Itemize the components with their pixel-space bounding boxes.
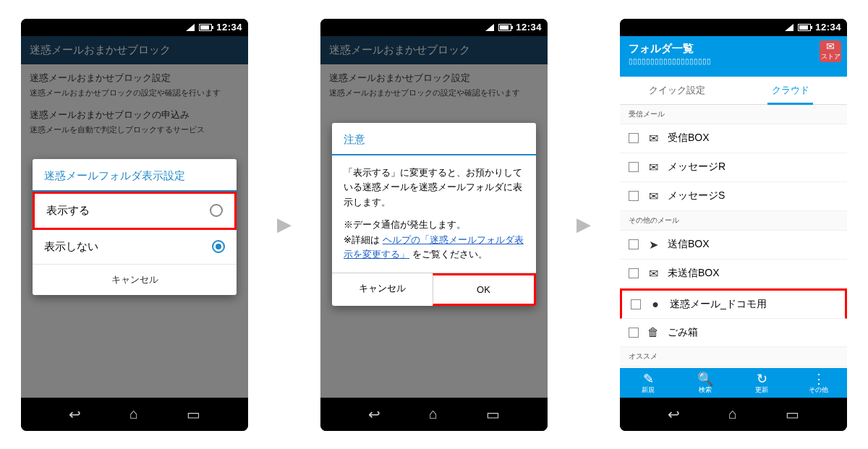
home-icon[interactable]: ⌂: [129, 406, 138, 422]
home-icon[interactable]: ⌂: [429, 406, 438, 422]
status-bar: 12:34: [620, 19, 847, 36]
more-icon: ⋮: [791, 372, 848, 385]
bottom-refresh[interactable]: ↻ 更新: [733, 368, 791, 398]
folder-label: 受信BOX: [668, 132, 710, 145]
android-nav-bar: ↩ ⌂ ▭: [320, 398, 548, 431]
folder-sent[interactable]: ➤ 送信BOX: [620, 231, 847, 260]
folder-trash[interactable]: 🗑 ごみ箱: [620, 319, 847, 347]
status-bar: 12:34: [21, 19, 248, 36]
android-nav-bar: ↩ ⌂ ▭: [21, 398, 248, 431]
group-other: その他のメール: [620, 211, 847, 231]
screen-1: 迷惑メールおまかせブロック 迷惑メールおまかせブロック設定 迷惑メールおまかせブ…: [21, 36, 248, 398]
android-nav-bar: ↩ ⌂ ▭: [620, 398, 847, 431]
search-icon: 🔍: [677, 372, 734, 385]
back-icon[interactable]: ↩: [368, 406, 380, 423]
battery-icon: [798, 24, 811, 31]
cancel-button[interactable]: キャンセル: [33, 265, 237, 295]
option-hide[interactable]: 表示しない: [33, 230, 237, 265]
folder-message-r[interactable]: ✉ メッセージR: [620, 153, 847, 182]
confirm-dialog: 注意 「表示する」に変更すると、お預かりしている迷惑メールを迷惑メールフォルダに…: [332, 123, 536, 307]
phone-2: 12:34 迷惑メールおまかせブロック 迷惑メールおまかせブロック設定 迷惑メー…: [320, 19, 548, 431]
folder-label: 迷惑メール_ドコモ用: [670, 298, 767, 311]
tab-quick[interactable]: クイック設定: [620, 77, 733, 104]
bottom-label: 検索: [677, 385, 734, 395]
flow-arrow-icon: ▶: [277, 213, 292, 236]
envelope-icon: ✉: [646, 189, 660, 203]
battery-icon: [199, 24, 212, 31]
folder-inbox[interactable]: ✉ 受信BOX: [620, 124, 847, 153]
display-setting-dialog: 迷惑メールフォルダ表示設定 表示する 表示しない キャンセル: [33, 159, 237, 295]
phone-3: 12:34 フォルダ一覧 ▯▯▯▯▯▯▯▯▯▯▯▯▯▯▯▯▯▯▯ ✉ ストア ク…: [620, 19, 847, 431]
status-time: 12:34: [516, 22, 542, 33]
bottom-label: 更新: [733, 385, 791, 395]
dialog-actions: キャンセル OK: [332, 273, 536, 306]
home-icon[interactable]: ⌂: [728, 406, 737, 422]
signal-icon: [785, 24, 793, 31]
compose-icon: ✎: [620, 372, 677, 385]
folder-unsent[interactable]: ✉ 未送信BOX: [620, 260, 847, 288]
dialog-body-line2b: をご覧ください。: [412, 249, 488, 260]
screen-3: フォルダ一覧 ▯▯▯▯▯▯▯▯▯▯▯▯▯▯▯▯▯▯▯ ✉ ストア クイック設定 …: [620, 36, 847, 398]
option-show-label: 表示する: [46, 204, 90, 218]
back-icon[interactable]: ↩: [668, 406, 680, 423]
status-bar: 12:34: [320, 19, 548, 36]
group-received: 受信メール: [620, 105, 847, 124]
flow-arrow-icon: ▶: [576, 213, 591, 236]
checkbox-icon[interactable]: [629, 328, 639, 338]
recent-icon[interactable]: ▭: [486, 406, 500, 423]
refresh-icon: ↻: [733, 372, 791, 385]
folder-list-header: フォルダ一覧 ▯▯▯▯▯▯▯▯▯▯▯▯▯▯▯▯▯▯▯ ✉ ストア: [620, 36, 847, 77]
back-icon[interactable]: ↩: [69, 406, 81, 423]
radio-icon: [212, 240, 225, 253]
folder-label: メッセージR: [668, 161, 726, 174]
bottom-search[interactable]: 🔍 検索: [677, 368, 734, 398]
store-icon[interactable]: ✉ ストア: [820, 40, 841, 62]
recent-icon[interactable]: ▭: [187, 406, 200, 423]
checkbox-icon[interactable]: [629, 191, 639, 201]
battery-icon: [498, 24, 511, 31]
dialog-body-line1: 「表示する」に変更すると、お預かりしている迷惑メールを迷惑メールフォルダに表示し…: [344, 166, 524, 210]
bottom-label: 新規: [620, 385, 677, 395]
checkbox-icon[interactable]: [631, 299, 641, 309]
ok-button[interactable]: OK: [433, 273, 536, 306]
folder-message-s[interactable]: ✉ メッセージS: [620, 182, 847, 211]
tab-cloud[interactable]: クラウド: [733, 77, 847, 104]
send-icon: ➤: [646, 238, 660, 252]
signal-icon: [485, 24, 494, 31]
checkbox-icon[interactable]: [629, 239, 639, 249]
folder-label: 未送信BOX: [668, 267, 720, 280]
folder-spam[interactable]: ● 迷惑メール_ドコモ用: [620, 288, 847, 319]
folder-label: メッセージS: [668, 189, 725, 202]
status-time: 12:34: [815, 22, 841, 33]
cancel-button[interactable]: キャンセル: [332, 273, 433, 306]
status-time: 12:34: [216, 22, 242, 33]
trash-icon: 🗑: [646, 326, 660, 339]
checkbox-icon[interactable]: [629, 133, 639, 143]
header-subtitle: ▯▯▯▯▯▯▯▯▯▯▯▯▯▯▯▯▯▯▯: [629, 57, 838, 65]
signal-icon: [186, 24, 195, 31]
dialog-title: 注意: [332, 123, 536, 155]
group-recommend: オススメ: [620, 347, 847, 367]
bottom-label: その他: [791, 385, 848, 395]
recent-icon[interactable]: ▭: [786, 406, 799, 423]
bottom-more[interactable]: ⋮ その他: [791, 368, 848, 398]
header-title: フォルダ一覧: [629, 42, 838, 56]
tab-bar: クイック設定 クラウド: [620, 77, 847, 105]
folder-label: 送信BOX: [668, 238, 710, 251]
draft-icon: ✉: [646, 267, 660, 281]
radio-icon: [210, 204, 223, 217]
option-show[interactable]: 表示する: [33, 192, 237, 230]
store-label: ストア: [821, 52, 841, 61]
spam-icon: ●: [648, 298, 663, 311]
dialog-title: 迷惑メールフォルダ表示設定: [33, 159, 237, 192]
bottom-new[interactable]: ✎ 新規: [620, 368, 677, 398]
dialog-body: 「表示する」に変更すると、お預かりしている迷惑メールを迷惑メールフォルダに表示し…: [332, 155, 536, 273]
inbox-icon: ✉: [646, 132, 660, 145]
checkbox-icon[interactable]: [629, 268, 639, 278]
bottom-bar: ✎ 新規 🔍 検索 ↻ 更新 ⋮ その他: [620, 368, 847, 398]
option-hide-label: 表示しない: [44, 240, 98, 254]
checkbox-icon[interactable]: [629, 162, 639, 172]
envelope-icon: ✉: [646, 161, 660, 174]
phone-1: 12:34 迷惑メールおまかせブロック 迷惑メールおまかせブロック設定 迷惑メー…: [21, 19, 248, 431]
folder-label: ごみ箱: [668, 326, 698, 339]
